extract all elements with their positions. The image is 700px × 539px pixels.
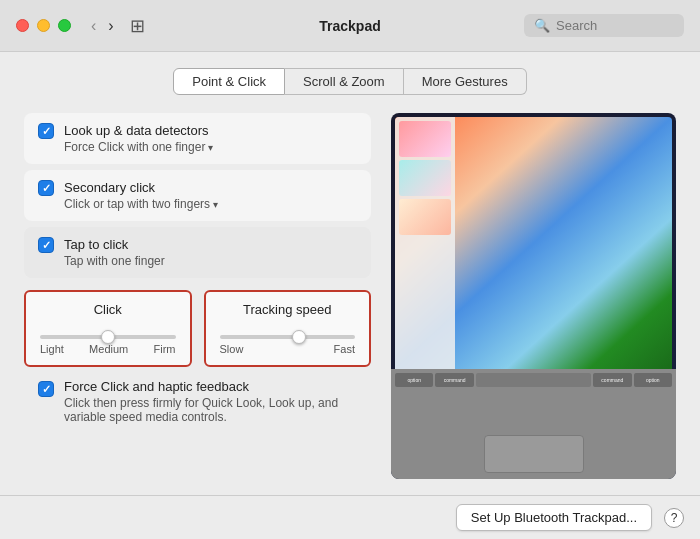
content-area: Point & Click Scroll & Zoom More Gesture… — [0, 52, 700, 495]
force-click-text: Force Click and haptic feedback Click th… — [64, 379, 357, 424]
tap-to-click-text: Tap to click Tap with one finger — [64, 237, 357, 268]
click-slider-title: Click — [40, 302, 176, 317]
tap-to-click-subtitle: Tap with one finger — [64, 254, 357, 268]
sidebar-thumb-2 — [399, 160, 451, 196]
tracking-label-fast: Fast — [334, 343, 355, 355]
key-command-r: command — [593, 373, 631, 387]
click-slider[interactable] — [40, 335, 176, 339]
screen-area — [395, 117, 672, 369]
tracking-slider[interactable] — [220, 335, 356, 339]
trackpad-area — [391, 429, 676, 479]
click-label-medium: Medium — [89, 343, 128, 355]
key-command: command — [435, 373, 473, 387]
forward-button[interactable]: › — [104, 16, 117, 36]
option-tap-to-click: Tap to click Tap with one finger — [24, 227, 371, 278]
trackpad-visual — [484, 435, 584, 473]
click-slider-labels: Light Medium Firm — [40, 343, 176, 355]
lookup-dropdown-arrow[interactable]: ▾ — [208, 142, 213, 153]
main-layout: Look up & data detectors Force Click wit… — [24, 113, 676, 479]
tracking-slider-title: Tracking speed — [220, 302, 356, 317]
key-row-1: option command command option — [395, 373, 672, 387]
option-lookup: Look up & data detectors Force Click wit… — [24, 113, 371, 164]
minimize-button[interactable] — [37, 19, 50, 32]
nav-buttons: ‹ › — [87, 16, 118, 36]
tracking-slider-labels: Slow Fast — [220, 343, 356, 355]
secondary-click-text: Secondary click Click or tap with two fi… — [64, 180, 357, 211]
secondary-click-checkbox[interactable] — [38, 180, 54, 196]
secondary-click-dropdown-arrow[interactable]: ▾ — [213, 199, 218, 210]
maximize-button[interactable] — [58, 19, 71, 32]
tab-more-gestures[interactable]: More Gestures — [404, 68, 527, 95]
grid-icon[interactable]: ⊞ — [130, 15, 145, 37]
tracking-slider-box: Tracking speed Slow Fast — [204, 290, 372, 367]
click-label-firm: Firm — [153, 343, 175, 355]
key-space — [476, 373, 591, 387]
laptop-preview: option command command option — [391, 113, 676, 479]
tracking-label-slow: Slow — [220, 343, 244, 355]
back-button[interactable]: ‹ — [87, 16, 100, 36]
click-label-light: Light — [40, 343, 64, 355]
secondary-click-subtitle: Click or tap with two fingers ▾ — [64, 197, 357, 211]
force-click-subtitle: Click then press firmly for Quick Look, … — [64, 396, 357, 424]
bottom-bar: Set Up Bluetooth Trackpad... ? — [0, 495, 700, 539]
force-click-checkbox[interactable] — [38, 381, 54, 397]
sliders-row: Click Light Medium Firm Tracking speed S… — [24, 290, 371, 367]
window-title: Trackpad — [319, 18, 380, 34]
tab-scroll-zoom[interactable]: Scroll & Zoom — [285, 68, 404, 95]
lookup-checkbox[interactable] — [38, 123, 54, 139]
keyboard-area: option command command option — [391, 369, 676, 429]
force-click-title: Force Click and haptic feedback — [64, 379, 357, 394]
key-option-r: option — [634, 373, 672, 387]
titlebar: ‹ › ⊞ Trackpad 🔍 — [0, 0, 700, 52]
tab-point-click[interactable]: Point & Click — [173, 68, 285, 95]
preview-sidebar — [395, 117, 455, 369]
tap-to-click-checkbox[interactable] — [38, 237, 54, 253]
left-column: Look up & data detectors Force Click wit… — [24, 113, 371, 479]
tabs-bar: Point & Click Scroll & Zoom More Gesture… — [24, 68, 676, 95]
click-slider-box: Click Light Medium Firm — [24, 290, 192, 367]
right-column: option command command option — [391, 113, 676, 479]
lookup-text: Look up & data detectors Force Click wit… — [64, 123, 357, 154]
screen-background — [395, 117, 672, 369]
traffic-lights — [16, 19, 71, 32]
option-secondary-click: Secondary click Click or tap with two fi… — [24, 170, 371, 221]
lookup-subtitle: Force Click with one finger ▾ — [64, 140, 357, 154]
lookup-title: Look up & data detectors — [64, 123, 357, 138]
key-option: option — [395, 373, 433, 387]
tap-to-click-title: Tap to click — [64, 237, 357, 252]
sidebar-thumb-1 — [399, 121, 451, 157]
close-button[interactable] — [16, 19, 29, 32]
sidebar-thumb-3 — [399, 199, 451, 235]
setup-bluetooth-button[interactable]: Set Up Bluetooth Trackpad... — [456, 504, 652, 531]
search-icon: 🔍 — [534, 18, 550, 33]
search-input[interactable] — [556, 18, 674, 33]
secondary-click-title: Secondary click — [64, 180, 357, 195]
search-box[interactable]: 🔍 — [524, 14, 684, 37]
force-click-row: Force Click and haptic feedback Click th… — [24, 373, 371, 430]
help-button[interactable]: ? — [664, 508, 684, 528]
